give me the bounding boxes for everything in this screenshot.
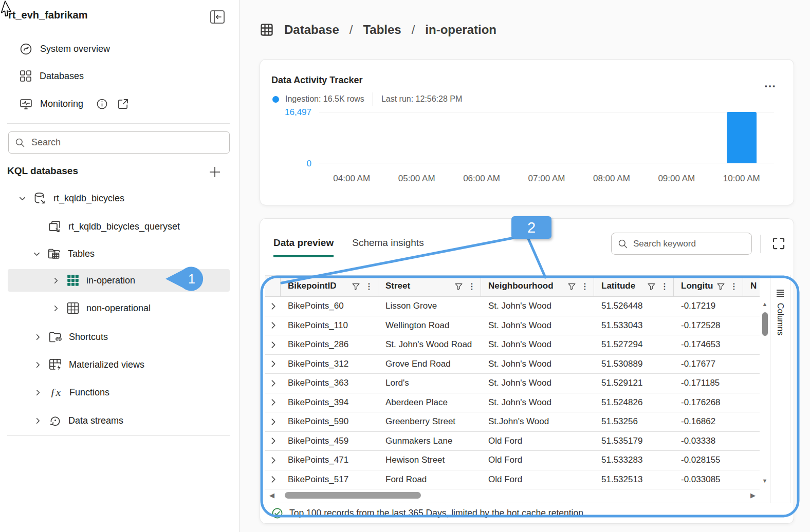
table-row[interactable]: BikePoints_590 Greenberry Street St.John… bbox=[265, 412, 760, 432]
row-expander-icon[interactable] bbox=[265, 340, 281, 349]
fullscreen-icon[interactable] bbox=[771, 236, 786, 251]
row-expander-icon[interactable] bbox=[265, 321, 281, 330]
check-circle-icon bbox=[271, 507, 283, 519]
row-expander-icon[interactable] bbox=[265, 436, 281, 445]
tree-item-tables[interactable]: Tables bbox=[8, 242, 230, 265]
filter-icon[interactable] bbox=[567, 282, 576, 291]
cell-longitude: -0.17219 bbox=[674, 301, 743, 311]
table-row[interactable]: BikePoints_517 Ford Road Old Ford 51.532… bbox=[265, 470, 760, 490]
sidebar-divider bbox=[7, 123, 230, 124]
tree-item-database[interactable]: rt_kqldb_bicycles bbox=[8, 187, 230, 210]
row-expander-icon[interactable] bbox=[265, 379, 281, 388]
keyword-search[interactable] bbox=[611, 233, 752, 255]
table-row[interactable]: BikePoints_459 Gunmakers Lane Old Ford 5… bbox=[265, 432, 760, 451]
collapse-sidebar-icon[interactable] bbox=[210, 10, 225, 24]
sidebar-item-databases[interactable]: Databases bbox=[20, 67, 84, 85]
column-header-next-truncated[interactable]: N bbox=[743, 276, 760, 296]
table-row[interactable]: BikePoints_312 Grove End Road St. John's… bbox=[265, 355, 760, 374]
row-expander-icon[interactable] bbox=[265, 475, 281, 484]
column-menu-icon[interactable]: ⋮ bbox=[466, 281, 477, 291]
tree-item-shortcuts[interactable]: Shortcuts bbox=[8, 326, 230, 348]
scroll-down-icon[interactable]: ▼ bbox=[760, 478, 770, 484]
column-menu-icon[interactable]: ⋮ bbox=[363, 281, 375, 291]
tree-item-label: non-operational bbox=[86, 303, 151, 314]
scroll-up-icon[interactable]: ▲ bbox=[760, 301, 770, 307]
row-expander-icon[interactable] bbox=[265, 417, 281, 426]
queryset-icon bbox=[48, 220, 62, 234]
column-header-neighbourhood[interactable]: Neighbourhood ⋮ bbox=[481, 276, 594, 296]
open-external-icon[interactable] bbox=[117, 98, 129, 110]
scroll-right-icon[interactable]: ▶ bbox=[746, 491, 760, 499]
table-row[interactable]: BikePoints_60 Lisson Grove St. John's Wo… bbox=[265, 297, 760, 316]
sidebar-item-system-overview[interactable]: System overview bbox=[20, 40, 110, 58]
breadcrumb-item-database[interactable]: Database bbox=[284, 23, 339, 37]
columns-panel[interactable]: Columns bbox=[770, 275, 790, 503]
column-header-latitude[interactable]: Latitude ⋮ bbox=[594, 276, 674, 296]
x-axis-tick: 06:00 AM bbox=[449, 174, 514, 184]
chevron-right-icon[interactable] bbox=[34, 417, 42, 425]
add-database-icon[interactable] bbox=[208, 165, 222, 179]
tree-item-label: Functions bbox=[69, 387, 109, 398]
chevron-right-icon[interactable] bbox=[52, 305, 60, 312]
tab-data-preview[interactable]: Data preview bbox=[273, 237, 334, 257]
column-menu-icon[interactable]: ⋮ bbox=[579, 281, 591, 291]
cell-longitude: -0.033085 bbox=[674, 474, 743, 485]
horizontal-scrollbar-thumb[interactable] bbox=[285, 492, 421, 499]
horizontal-scrollbar[interactable]: ◀ ▶ bbox=[265, 489, 760, 501]
cell-latitude: 51.524826 bbox=[594, 397, 674, 408]
horizontal-scrollbar-track[interactable] bbox=[279, 492, 746, 499]
column-menu-icon[interactable]: ⋮ bbox=[728, 281, 740, 291]
tree-item-label: rt_kqldb_bicycles_queryset bbox=[68, 221, 180, 232]
filter-icon[interactable] bbox=[716, 282, 725, 291]
chevron-right-icon[interactable] bbox=[34, 361, 42, 369]
tree-item-functions[interactable]: ƒx Functions bbox=[8, 381, 230, 404]
breadcrumb-item-tables[interactable]: Tables bbox=[363, 23, 401, 37]
filter-icon[interactable] bbox=[647, 282, 656, 291]
tree-item-data-streams[interactable]: Data streams bbox=[8, 409, 230, 432]
row-expander-icon[interactable] bbox=[265, 456, 281, 465]
chevron-right-icon[interactable] bbox=[34, 389, 42, 396]
column-menu-icon[interactable]: ⋮ bbox=[659, 281, 670, 291]
vertical-scrollbar-thumb[interactable] bbox=[762, 312, 768, 336]
databases-icon bbox=[20, 70, 32, 82]
chevron-down-icon[interactable] bbox=[33, 250, 41, 258]
column-header-longitude[interactable]: Longitude ⋮ bbox=[674, 276, 743, 296]
cell-bikepointid: BikePoints_517 bbox=[281, 474, 378, 485]
info-icon[interactable] bbox=[96, 98, 108, 110]
table-row[interactable]: BikePoints_394 Aberdeen Place St. John's… bbox=[265, 393, 760, 413]
chart-slot bbox=[384, 112, 449, 163]
vertical-scrollbar[interactable]: ▲ ▼ bbox=[760, 297, 770, 489]
columns-panel-icon[interactable] bbox=[776, 289, 785, 298]
ingestion-bar bbox=[727, 112, 757, 163]
column-header-bikepointid[interactable]: BikepointID ⋮ bbox=[281, 276, 378, 296]
table-row[interactable]: BikePoints_286 St. John's Wood Road St. … bbox=[265, 335, 760, 355]
sidebar-item-monitoring[interactable]: Monitoring bbox=[20, 94, 129, 113]
row-expander-icon[interactable] bbox=[265, 359, 281, 368]
more-options-icon[interactable]: … bbox=[764, 78, 777, 88]
filter-icon[interactable] bbox=[352, 282, 360, 291]
x-axis-tick: 04:00 AM bbox=[319, 174, 384, 184]
scroll-left-icon[interactable]: ◀ bbox=[265, 491, 279, 499]
cell-bikepointid: BikePoints_60 bbox=[281, 301, 378, 311]
tree-item-materialized-views[interactable]: Materialized views bbox=[8, 353, 230, 376]
chevron-right-icon[interactable] bbox=[34, 333, 42, 341]
tab-schema-insights[interactable]: Schema insights bbox=[352, 237, 424, 257]
table-row[interactable]: BikePoints_471 Hewison Street Old Ford 5… bbox=[265, 451, 760, 470]
tree-item-queryset[interactable]: rt_kqldb_bicycles_queryset bbox=[8, 215, 230, 238]
breadcrumb-item-in-operation[interactable]: in-operation bbox=[425, 23, 496, 37]
filter-icon[interactable] bbox=[454, 282, 463, 291]
search-input[interactable] bbox=[31, 137, 223, 148]
cell-street: Lord's bbox=[378, 378, 481, 388]
cell-neighbourhood: St. John's Wood bbox=[481, 301, 594, 311]
tree-item-non-operational[interactable]: non-operational bbox=[8, 297, 230, 319]
table-row[interactable]: BikePoints_110 Wellington Road St. John'… bbox=[265, 316, 760, 336]
row-expander-icon[interactable] bbox=[265, 302, 281, 311]
chevron-right-icon[interactable] bbox=[52, 277, 60, 284]
column-header-street[interactable]: Street ⋮ bbox=[378, 276, 481, 296]
row-expander-icon[interactable] bbox=[265, 398, 281, 407]
keyword-search-input[interactable] bbox=[633, 239, 747, 249]
sidebar-search[interactable] bbox=[8, 131, 230, 154]
cell-street: Greenberry Street bbox=[378, 416, 481, 427]
chevron-down-icon[interactable] bbox=[19, 195, 26, 202]
table-row[interactable]: BikePoints_363 Lord's St. John's Wood 51… bbox=[265, 374, 760, 393]
